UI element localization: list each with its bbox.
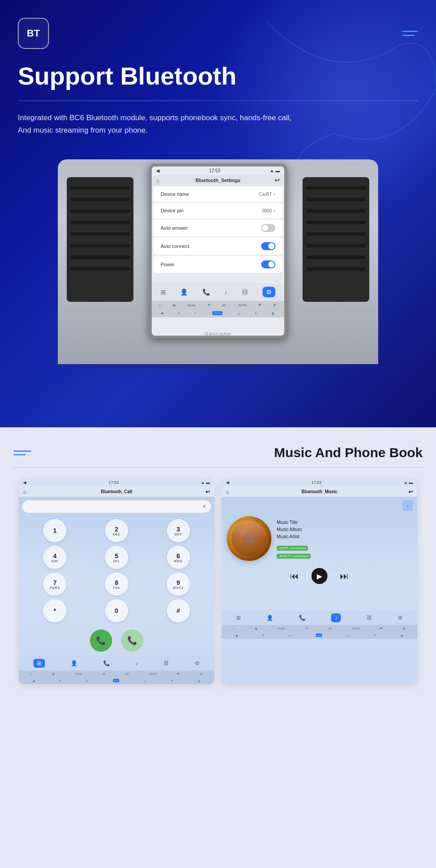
call-button[interactable]: 📞 (90, 629, 112, 652)
dial-button-8[interactable]: 8 TUV (105, 572, 128, 596)
dial-button-9[interactable]: 9 WXYZ (167, 572, 190, 596)
dial-button-2[interactable]: 2 ABC (105, 519, 128, 542)
ctrl-home[interactable]: ⌂ (159, 304, 161, 307)
ctrl-volume[interactable]: 🔊 (273, 303, 277, 307)
dial-button-0[interactable]: 0 (105, 599, 128, 622)
nav-link-icon[interactable]: ⛓ (164, 660, 169, 666)
ctrl-fan[interactable]: ❄ (103, 672, 105, 675)
menu-button[interactable] (402, 31, 418, 36)
ctrl-auto[interactable]: AUTO (238, 304, 246, 307)
call-home-icon[interactable]: ⌂ (23, 489, 26, 495)
ctrl-ac[interactable]: AC (125, 673, 129, 675)
screen-status-bar: ◀ 17:53 ▲ ▬ (152, 166, 284, 175)
nav-settings-icon[interactable]: ⚙ (195, 660, 200, 666)
right-vent (303, 177, 369, 302)
clear-input-button[interactable]: ✕ (202, 503, 206, 510)
ctrl-power[interactable]: ⏻ (255, 627, 258, 630)
dial-button-4[interactable]: 4 GHI (43, 546, 66, 569)
ctrl-dual: DUAL (75, 673, 82, 675)
ctrl-power[interactable]: ⏻ (173, 304, 176, 307)
ctrl-sync[interactable]: ⇄ (177, 672, 179, 675)
dialpad: 1 2 ABC 3 DEF 4 GHI 5 JKL (19, 516, 214, 625)
ctrl-ac[interactable]: AC (328, 627, 332, 630)
home-icon[interactable]: ⌂ (156, 177, 160, 184)
call-back-button[interactable]: ↩ (206, 489, 210, 495)
ctrl-power[interactable]: ⏻ (52, 673, 55, 675)
music-status-bar: ◀ 17:53 ▲ ▬ (222, 479, 417, 487)
device-name-row: Device name CarBT › (153, 187, 283, 202)
screen-controls-bar-2: ◀ 0 ↵ ─── △ 0 🔉 (152, 309, 284, 317)
ctrl-ac[interactable]: AC (222, 304, 226, 307)
ctrl-home[interactable]: ⌂ (30, 673, 32, 675)
ctrl-back[interactable]: ◀ (32, 679, 35, 682)
car-background: ◀ 17:53 ▲ ▬ ⌂ Bluetooth_Settings ↩ Devic… (36, 146, 400, 369)
nav-person-icon[interactable]: 👤 (266, 615, 273, 621)
nav-phone-icon[interactable]: 📞 (202, 288, 210, 296)
hamburger-line (13, 454, 26, 455)
hamburger-line-1 (402, 31, 418, 32)
next-track-button[interactable]: ⏭ (340, 571, 349, 581)
auto-connect-toggle[interactable] (261, 242, 275, 250)
ctrl-volume[interactable]: 🔊 (403, 627, 406, 630)
call-back-icon[interactable]: ◀ (23, 480, 26, 485)
nav-person-icon[interactable]: 👤 (71, 660, 77, 666)
ctrl-auto[interactable]: AUTO (149, 673, 157, 675)
nav-grid-icon[interactable]: ⊞ (33, 659, 45, 668)
call-controls-bar-2: ◀ 0 ↵ ── △ 0 🔉 (19, 677, 214, 684)
dial-button-star[interactable]: * (43, 599, 66, 622)
ctrl-home[interactable]: ⌂ (233, 627, 235, 630)
nav-settings-icon[interactable]: ⚙ (262, 287, 275, 297)
nav-phone-icon[interactable]: 📞 (299, 615, 306, 621)
left-vent (67, 177, 133, 302)
recall-button[interactable]: 📞 (121, 629, 143, 652)
back-arrow-icon[interactable]: ◀ (156, 168, 160, 173)
music-home-icon[interactable]: ⌂ (226, 489, 229, 495)
prev-track-button[interactable]: ⏮ (290, 571, 299, 581)
auto-answer-toggle[interactable] (261, 224, 275, 232)
nav-link-icon[interactable]: ⛓ (367, 615, 372, 621)
dial-button-5[interactable]: 5 JKL (105, 546, 128, 569)
play-button[interactable]: ▶ (311, 568, 327, 584)
ctrl-vol-down[interactable]: 🔉 (271, 312, 275, 315)
car-screen: ◀ 17:53 ▲ ▬ ⌂ Bluetooth_Settings ↩ Devic… (149, 164, 287, 338)
dial-button-1[interactable]: 1 (43, 519, 66, 542)
ctrl-sync[interactable]: ⇄ (258, 303, 261, 307)
hero-divider (18, 101, 418, 101)
nav-link-icon[interactable]: ⛓ (242, 288, 248, 296)
music-back-button[interactable]: ↩ (408, 489, 413, 495)
dial-button-3[interactable]: 3 DEF (167, 519, 190, 542)
call-controls-bar: ⌂ ⏻ DUAL ❄ AC AUTO ⇄ 🔊 (19, 670, 214, 677)
music-back-icon[interactable]: ◀ (226, 480, 229, 485)
ctrl-fan[interactable]: ❄ (306, 627, 308, 630)
ctrl-sync[interactable]: ⇄ (380, 627, 382, 630)
ctrl-back[interactable]: ◀ (235, 634, 238, 637)
nav-phone-icon[interactable]: 📞 (103, 660, 110, 666)
ctrl-enter[interactable]: ↵ (194, 312, 197, 315)
vent-line (70, 209, 130, 213)
dialer-input[interactable]: ✕ (22, 500, 211, 513)
ctrl-auto[interactable]: AUTO (352, 627, 360, 630)
nav-person-icon[interactable]: 👤 (180, 288, 188, 296)
dial-button-7[interactable]: 7 PQRS (43, 572, 66, 596)
bottom-header: Music And Phone Book (13, 445, 423, 460)
nav-settings-icon[interactable]: ⚙ (398, 615, 403, 621)
dial-button-hash[interactable]: # (167, 599, 190, 622)
ctrl-fan[interactable]: ❄ (208, 303, 210, 307)
power-toggle[interactable] (261, 260, 275, 268)
ctrl-volume[interactable]: 🔊 (200, 672, 203, 675)
music-album: Music Album (277, 526, 412, 533)
screen-back-button[interactable]: ↩ (275, 177, 280, 184)
power-row: Power (153, 256, 283, 273)
vent-line (306, 198, 366, 201)
music-header-area: ♪ (222, 497, 417, 511)
nav-grid-icon[interactable]: ⊞ (161, 288, 166, 296)
nav-music-icon[interactable]: ♪ (331, 613, 341, 622)
ctrl-back[interactable]: ◀ (161, 312, 163, 315)
nav-music-icon[interactable]: ♪ (135, 660, 138, 666)
page-title: Support Bluetooth (18, 62, 418, 90)
nav-music-icon[interactable]: ♪ (224, 288, 227, 296)
nav-grid-icon[interactable]: ⊞ (236, 615, 241, 621)
dial-button-6[interactable]: 6 MNO (167, 546, 190, 569)
vent-line (306, 186, 366, 190)
bottom-menu-icon[interactable] (13, 450, 31, 455)
